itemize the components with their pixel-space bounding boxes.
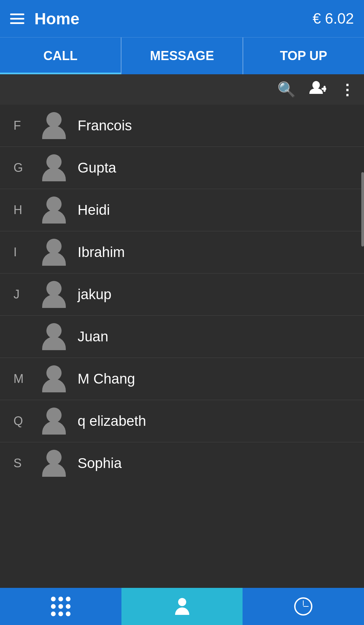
list-item[interactable]: Q q elizabeth bbox=[0, 400, 364, 442]
contact-name: q elizabeth bbox=[78, 413, 146, 429]
contact-name: Heidi bbox=[78, 202, 110, 218]
list-item[interactable]: S Sophia bbox=[0, 442, 364, 484]
list-item[interactable]: G Gupta bbox=[0, 147, 364, 189]
bottom-nav-dialpad[interactable] bbox=[0, 588, 121, 625]
svg-point-0 bbox=[312, 81, 320, 89]
avatar bbox=[40, 239, 67, 266]
list-item[interactable]: H Heidi bbox=[0, 189, 364, 231]
avatar bbox=[40, 112, 67, 139]
more-options-icon[interactable]: ⋮ bbox=[340, 81, 354, 98]
bottom-nav bbox=[0, 588, 364, 625]
contact-group-letter: J bbox=[13, 287, 30, 302]
avatar bbox=[40, 154, 67, 181]
avatar bbox=[40, 197, 67, 224]
list-item[interactable]: F Francois bbox=[0, 105, 364, 147]
avatar bbox=[40, 281, 67, 308]
toolbar: 🔍 ⋮ bbox=[0, 74, 364, 105]
contact-group-letter: F bbox=[13, 119, 30, 133]
contact-name: Gupta bbox=[78, 160, 116, 176]
dialpad-icon bbox=[51, 597, 71, 616]
avatar bbox=[40, 365, 67, 392]
bottom-nav-contacts[interactable] bbox=[121, 588, 243, 625]
contact-name: M Chang bbox=[78, 371, 135, 387]
contact-group-letter: Q bbox=[13, 414, 30, 428]
clock-icon bbox=[294, 597, 312, 616]
contact-group-letter: M bbox=[13, 372, 30, 386]
menu-icon[interactable] bbox=[10, 14, 24, 24]
contact-name: jakup bbox=[78, 286, 111, 303]
contact-group-letter: I bbox=[13, 245, 30, 259]
scrollbar[interactable] bbox=[361, 172, 364, 246]
contact-name: Francois bbox=[78, 118, 132, 134]
contact-name: Sophia bbox=[78, 455, 122, 471]
tab-message[interactable]: MESSAGE bbox=[121, 37, 243, 74]
list-item[interactable]: J jakup bbox=[0, 274, 364, 316]
contact-list: F Francois G Gupta H Heidi I Ibrahim bbox=[0, 105, 364, 484]
tabs-bar: CALL MESSAGE TOP UP bbox=[0, 37, 364, 74]
avatar bbox=[40, 323, 67, 350]
contact-name: Ibrahim bbox=[78, 244, 125, 260]
contact-name: Juan bbox=[78, 329, 108, 345]
contact-group-letter: H bbox=[13, 203, 30, 217]
add-contact-icon[interactable] bbox=[309, 80, 326, 99]
header-balance: € 6.02 bbox=[313, 10, 354, 27]
header-title: Home bbox=[34, 9, 313, 28]
contact-group-letter: S bbox=[13, 456, 30, 470]
contact-group-letter: G bbox=[13, 161, 30, 175]
search-icon[interactable]: 🔍 bbox=[277, 81, 296, 98]
list-item[interactable]: I Ibrahim bbox=[0, 231, 364, 274]
header: Home € 6.02 bbox=[0, 0, 364, 37]
bottom-nav-history[interactable] bbox=[243, 588, 364, 625]
person-icon bbox=[174, 598, 191, 615]
svg-rect-2 bbox=[321, 88, 326, 90]
tab-call[interactable]: CALL bbox=[0, 37, 121, 74]
avatar bbox=[40, 408, 67, 435]
list-item[interactable]: M M Chang bbox=[0, 358, 364, 400]
tab-topup[interactable]: TOP UP bbox=[243, 37, 364, 74]
avatar bbox=[40, 450, 67, 477]
list-item[interactable]: Juan bbox=[0, 316, 364, 358]
